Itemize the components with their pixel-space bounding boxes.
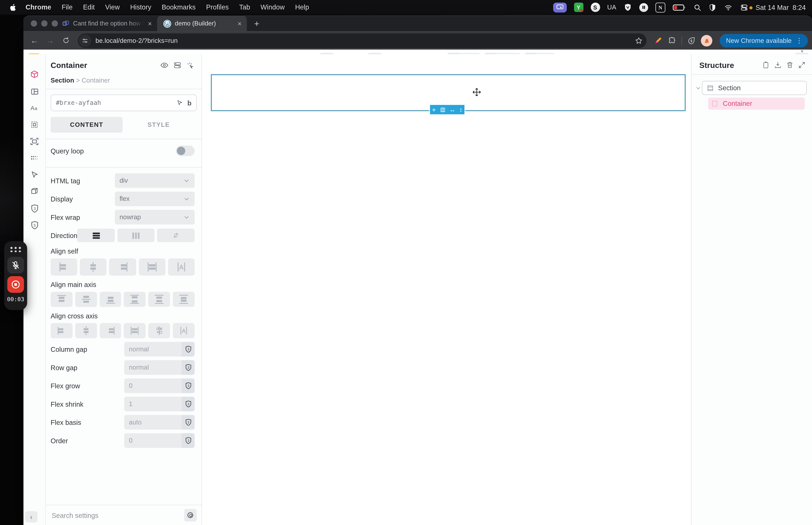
new-tab-button[interactable]: +: [254, 19, 259, 29]
menu-view[interactable]: View: [100, 0, 125, 15]
performance-leaf-icon[interactable]: [687, 36, 696, 45]
menu-bar-clock[interactable]: Sat 14 Mar 8:24: [755, 3, 806, 11]
back-button[interactable]: ←: [28, 33, 41, 47]
tab-style[interactable]: STYLE: [123, 117, 195, 133]
menu-profiles[interactable]: Profiles: [201, 0, 234, 15]
screen-mirroring-icon[interactable]: [553, 2, 567, 12]
cross-axis-stretch-button[interactable]: [124, 323, 146, 338]
menu-help[interactable]: Help: [290, 0, 315, 15]
structure-expand-icon[interactable]: [798, 61, 806, 69]
zoom-window-button[interactable]: [52, 20, 58, 27]
browser-tab-active[interactable]: demo (Builder) ×: [157, 16, 247, 31]
column-gap-input[interactable]: normal: [124, 342, 195, 357]
collapse-panel-button[interactable]: ‹: [25, 511, 37, 522]
tab-content[interactable]: CONTENT: [50, 117, 123, 133]
direction-reverse-button[interactable]: [157, 229, 195, 242]
order-value[interactable]: 0: [124, 437, 182, 444]
row-gap-value[interactable]: normal: [124, 364, 182, 371]
tab1-close-icon[interactable]: ×: [148, 19, 152, 28]
structure-clipboard-icon[interactable]: [762, 61, 770, 69]
tab2-close-icon[interactable]: ×: [238, 19, 242, 28]
menu-bookmarks[interactable]: Bookmarks: [157, 0, 201, 15]
category-background-icon[interactable]: [30, 120, 39, 130]
search-settings-gear-icon[interactable]: [184, 509, 197, 522]
content-blocker-icon[interactable]: [708, 3, 717, 11]
cross-axis-center-button[interactable]: [75, 323, 97, 338]
stop-recording-button[interactable]: [7, 276, 24, 293]
spotlight-icon[interactable]: [693, 3, 701, 11]
resize-vertical-icon[interactable]: ↕: [459, 106, 462, 113]
id-bricks-icon[interactable]: b: [187, 99, 191, 107]
element-id-field[interactable]: #brxe-ayfaah b: [50, 94, 197, 111]
category-typography-icon[interactable]: [30, 103, 39, 113]
forward-button[interactable]: →: [43, 33, 57, 47]
flex-grow-value[interactable]: 0: [124, 382, 182, 389]
row-gap-input[interactable]: normal: [124, 360, 195, 375]
resize-horizontal-icon[interactable]: ↔: [449, 106, 456, 113]
column-gap-value[interactable]: normal: [124, 345, 182, 353]
breakpoint-shield-icon[interactable]: [182, 415, 195, 430]
category-html5-shield-icon[interactable]: [30, 220, 39, 230]
collapse-chevron-icon[interactable]: [694, 85, 702, 91]
set-columns-icon[interactable]: [440, 107, 445, 112]
main-axis-space-around-button[interactable]: [148, 292, 170, 307]
customize-pen-icon[interactable]: [654, 36, 663, 45]
main-axis-space-between-button[interactable]: [124, 292, 146, 307]
flex-basis-value[interactable]: auto: [124, 419, 182, 426]
minimize-window-button[interactable]: [41, 20, 48, 27]
align-self-end-button[interactable]: [109, 258, 136, 275]
site-settings-icon[interactable]: [79, 34, 91, 47]
microphone-muted-button[interactable]: [7, 257, 24, 273]
keyboard-layout-indicator[interactable]: UA: [607, 3, 616, 11]
flex-shrink-value[interactable]: 1: [124, 400, 182, 408]
close-window-button[interactable]: [31, 20, 37, 27]
flex-grow-input[interactable]: 0: [124, 378, 195, 393]
query-loop-toggle[interactable]: [176, 146, 195, 156]
profile-avatar[interactable]: [701, 35, 713, 46]
browser-menu-kebab-icon[interactable]: ⋮: [796, 36, 802, 44]
wifi-icon[interactable]: [724, 3, 733, 11]
menu-window[interactable]: Window: [255, 0, 290, 15]
vpn-shield-icon[interactable]: [624, 3, 632, 12]
control-center-icon[interactable]: [740, 3, 748, 11]
battery-icon[interactable]: [673, 4, 686, 11]
shazam-icon[interactable]: S: [591, 3, 600, 12]
align-self-stretch-button[interactable]: [139, 258, 165, 275]
flex-shrink-input[interactable]: 1: [124, 396, 195, 411]
browser-tab-inactive[interactable]: Cant find the option how to a ×: [56, 16, 157, 31]
element-id-value[interactable]: #brxe-ayfaah: [56, 99, 177, 106]
extensions-icon[interactable]: [668, 36, 676, 45]
category-css3-shield-icon[interactable]: [30, 204, 39, 213]
chrome-update-button[interactable]: New Chrome available ⋮: [720, 33, 808, 47]
drag-handle-dots-icon[interactable]: [11, 247, 21, 252]
align-self-baseline-button[interactable]: A: [168, 258, 195, 275]
category-layout-cube-icon[interactable]: [30, 70, 39, 79]
cross-axis-baseline-button[interactable]: A: [173, 323, 195, 338]
cross-axis-baseline-blocks-button[interactable]: [148, 323, 170, 338]
structure-node-container[interactable]: Container: [708, 97, 805, 110]
breakpoint-shield-icon[interactable]: [182, 396, 195, 411]
order-input[interactable]: 0: [124, 433, 195, 448]
search-settings-input[interactable]: [50, 511, 184, 520]
menu-tab[interactable]: Tab: [234, 0, 255, 15]
apple-menu-icon[interactable]: [10, 3, 17, 12]
category-columns-icon[interactable]: [30, 87, 39, 96]
direction-row-button[interactable]: [77, 229, 115, 242]
main-axis-end-button[interactable]: [99, 292, 121, 307]
cross-axis-start-button[interactable]: [50, 323, 73, 338]
breakpoint-shield-icon[interactable]: [182, 378, 195, 393]
builder-canvas[interactable]: + ↔ ↕: [202, 54, 691, 525]
category-3d-box-icon[interactable]: [30, 187, 39, 196]
green-app-icon[interactable]: Y: [574, 3, 583, 12]
element-interactions-icon[interactable]: [186, 61, 195, 69]
category-transform-cursor-icon[interactable]: [30, 170, 39, 180]
structure-import-icon[interactable]: [774, 61, 782, 69]
address-bar[interactable]: be.local/demo-2/?bricks=run: [78, 33, 647, 48]
breakpoint-shield-icon[interactable]: [182, 342, 195, 357]
menu-file[interactable]: File: [57, 0, 78, 15]
media-app-icon[interactable]: [639, 3, 648, 12]
display-select[interactable]: flex: [115, 192, 195, 206]
align-self-center-button[interactable]: [80, 258, 107, 275]
main-axis-space-evenly-button[interactable]: [173, 292, 195, 307]
breadcrumb-parent[interactable]: Section: [50, 77, 74, 84]
